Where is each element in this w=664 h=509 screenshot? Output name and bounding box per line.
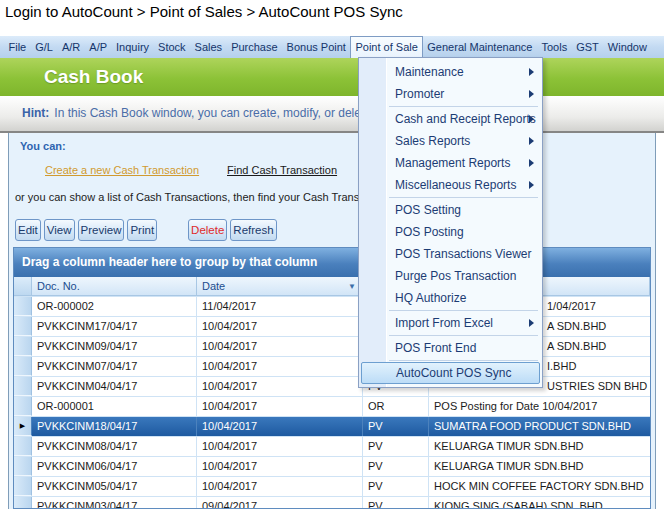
create-cash-transaction-link[interactable]: Create a new Cash Transaction xyxy=(45,164,199,176)
list-instruction-text: or you can show a list of Cash Transacti… xyxy=(15,191,374,203)
menu-item-autocount-pos-sync[interactable]: AutoCount POS Sync xyxy=(361,362,540,384)
cell-doc-no: OR-000001 xyxy=(32,397,197,416)
cell-date: 11/04/2017 xyxy=(197,297,363,316)
table-row[interactable]: OR-00000211/04/20171/04/2017 xyxy=(14,297,650,317)
description-text: SUMATRA FOOD PRODUCT SDN.BHD xyxy=(434,420,631,432)
table-row[interactable]: PVKKCINM05/04/1710/04/2017PVHOCK MIN COF… xyxy=(14,477,650,497)
submenu-arrow-icon xyxy=(529,115,534,123)
table-row[interactable]: OR-00000110/04/2017ORPOS Posting for Dat… xyxy=(14,397,650,417)
table-row[interactable]: PVKKCINM06/04/1710/04/2017PVKELUARGA TIM… xyxy=(14,457,650,477)
cell-date: 10/04/2017 xyxy=(197,417,363,436)
hint-text: In this Cash Book window, you can create… xyxy=(54,106,371,120)
menubar-item-bonus-point[interactable]: Bonus Point xyxy=(282,36,350,58)
menubar-item-stock[interactable]: Stock xyxy=(154,36,191,58)
row-indicator-header-cell xyxy=(14,277,32,296)
menu-item-hq-authorize[interactable]: HQ Authorize xyxy=(359,287,542,309)
menu-item-maintenance[interactable]: Maintenance xyxy=(359,61,542,83)
submenu-arrow-icon xyxy=(529,68,534,76)
cell-doc-type: PV xyxy=(363,417,429,436)
menu-item-cash-and-receipt-reports[interactable]: Cash and Receipt Reports xyxy=(359,108,542,130)
table-row[interactable]: PVKKCINM09/04/1710/04/2017A SDN.BHD xyxy=(14,337,650,357)
cell-doc-no: PVKKCINM07/04/17 xyxy=(32,357,197,376)
menu-item-promoter[interactable]: Promoter xyxy=(359,83,542,105)
menubar-item-window[interactable]: Window xyxy=(603,36,651,58)
filter-arrow-icon[interactable]: ▼ xyxy=(348,277,356,296)
menubar-item-g-l[interactable]: G/L xyxy=(31,36,58,58)
window-header: Cash Book xyxy=(0,58,664,96)
print-button[interactable]: Print xyxy=(127,219,157,241)
group-by-bar[interactable]: Drag a column header here to group by th… xyxy=(14,248,650,277)
menu-item-management-reports[interactable]: Management Reports xyxy=(359,152,542,174)
menubar-item-a-p[interactable]: A/P xyxy=(85,36,112,58)
preview-button[interactable]: Preview xyxy=(78,219,125,241)
menu-item-sales-reports[interactable]: Sales Reports xyxy=(359,130,542,152)
description-text: KIONG SING (SABAH) SDN. BHD xyxy=(434,500,603,509)
row-indicator-cell xyxy=(14,357,32,376)
row-indicator-cell xyxy=(14,317,32,336)
menu-item-purge-pos-transaction[interactable]: Purge Pos Transaction xyxy=(359,265,542,287)
cell-date: 10/04/2017 xyxy=(197,477,363,496)
row-indicator-cell xyxy=(14,477,32,496)
cell-doc-type: OR xyxy=(363,397,429,416)
menubar-item-point-of-sale[interactable]: Point of Sale xyxy=(350,36,422,58)
submenu-arrow-icon xyxy=(529,90,534,98)
submenu-arrow-icon xyxy=(529,137,534,145)
cell-date: 10/04/2017 xyxy=(197,317,363,336)
submenu-arrow-icon xyxy=(529,319,534,327)
description-text: POS Posting for Date 10/04/2017 xyxy=(434,400,597,412)
cell-date: 09/04/2017 xyxy=(197,497,363,509)
menu-separator xyxy=(389,360,538,361)
cell-doc-no: PVKKCINM03/04/17 xyxy=(32,497,197,509)
page-title: Login to AutoCount > Point of Sales > Au… xyxy=(5,3,403,20)
cell-doc-no: PVKKCINM17/04/17 xyxy=(32,317,197,336)
cell-doc-no: PVKKCINM05/04/17 xyxy=(32,477,197,496)
point-of-sale-dropdown-menu: MaintenancePromoterCash and Receipt Repo… xyxy=(358,57,543,388)
cell-doc-no: PVKKCINM06/04/17 xyxy=(32,457,197,476)
table-row[interactable]: PVKKCINM07/04/1710/04/2017I.BHD xyxy=(14,357,650,377)
window-title: Cash Book xyxy=(44,66,143,88)
row-indicator-cell xyxy=(14,297,32,316)
table-row[interactable]: ▶PVKKCINM18/04/1710/04/2017PVSUMATRA FOO… xyxy=(14,417,650,437)
row-indicator-cell xyxy=(14,397,32,416)
transactions-grid: Drag a column header here to group by th… xyxy=(13,247,651,509)
menubar-item-file[interactable]: File xyxy=(4,36,31,58)
menu-item-pos-posting[interactable]: POS Posting xyxy=(359,221,542,243)
description-text: HOCK MIN COFFEE FACTORY SDN.BHD xyxy=(434,480,644,492)
menu-separator xyxy=(389,335,538,336)
cell-date: 10/04/2017 xyxy=(197,357,363,376)
cell-doc-type: PV xyxy=(363,497,429,509)
menubar-item-a-r[interactable]: A/R xyxy=(57,36,84,58)
column-header-date[interactable]: Date▼ xyxy=(197,277,363,296)
table-row[interactable]: PVKKCINM03/04/1709/04/2017PVKIONG SING (… xyxy=(14,497,650,509)
view-button[interactable]: View xyxy=(44,219,75,241)
menubar-item-sales[interactable]: Sales xyxy=(190,36,227,58)
menu-separator xyxy=(389,106,538,107)
table-row[interactable]: PVKKCINM08/04/1710/04/2017PVKELUARGA TIM… xyxy=(14,437,650,457)
menu-item-miscellaneous-reports[interactable]: Miscellaneous Reports xyxy=(359,174,542,196)
menubar-item-inquiry[interactable]: Inquiry xyxy=(112,36,154,58)
menu-item-pos-transactions-viewer[interactable]: POS Transactions Viewer xyxy=(359,243,542,265)
cell-date: 10/04/2017 xyxy=(197,377,363,396)
cell-date: 10/04/2017 xyxy=(197,337,363,356)
table-row[interactable]: PVKKCINM17/04/1710/04/2017A SDN.BHD xyxy=(14,317,650,337)
table-row[interactable]: PVKKCINM04/04/1710/04/2017PVUSTRIES SDN … xyxy=(14,377,650,397)
menubar-item-purchase[interactable]: Purchase xyxy=(227,36,282,58)
menu-item-pos-front-end[interactable]: POS Front End xyxy=(359,337,542,359)
cell-doc-no: PVKKCINM18/04/17 xyxy=(32,417,197,436)
cell-doc-no: PVKKCINM08/04/17 xyxy=(32,437,197,456)
menubar-item-general-maintenance[interactable]: General Maintenance xyxy=(423,36,537,58)
grid-rows: OR-00000211/04/20171/04/2017PVKKCINM17/0… xyxy=(14,297,650,509)
menu-item-pos-setting[interactable]: POS Setting xyxy=(359,199,542,221)
edit-button[interactable]: Edit xyxy=(15,219,41,241)
delete-button[interactable]: Delete xyxy=(188,219,227,241)
content-panel: You can: Create a new Cash Transaction F… xyxy=(8,133,656,509)
menu-separator xyxy=(389,197,538,198)
menubar-item-tools[interactable]: Tools xyxy=(537,36,572,58)
cell-doc-no: PVKKCINM09/04/17 xyxy=(32,337,197,356)
refresh-button[interactable]: Refresh xyxy=(230,219,276,241)
menu-item-import-from-excel[interactable]: Import From Excel xyxy=(359,312,542,334)
row-indicator-cell xyxy=(14,437,32,456)
menubar-item-gst[interactable]: GST xyxy=(572,36,604,58)
find-cash-transaction-link[interactable]: Find Cash Transaction xyxy=(227,164,337,176)
column-header-doc-no[interactable]: Doc. No. xyxy=(32,277,197,296)
